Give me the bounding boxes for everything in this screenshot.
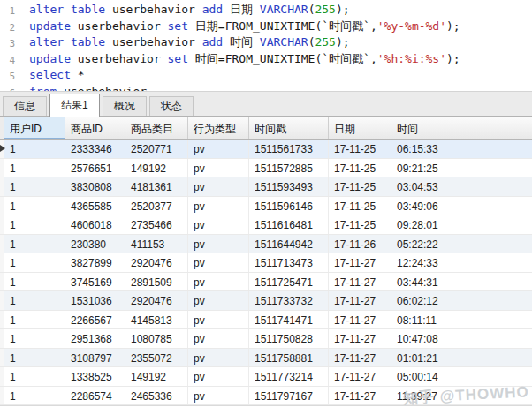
cell[interactable]: pv (188, 177, 249, 196)
cell[interactable]: pv (188, 291, 249, 310)
cell[interactable]: 1 (4, 197, 65, 215)
cell[interactable]: 1338525 (65, 367, 125, 386)
column-header-5[interactable]: 时间戳 (249, 117, 329, 139)
cell[interactable]: 230380 (65, 235, 125, 253)
cell[interactable]: pv (188, 329, 249, 348)
cell[interactable]: 1 (4, 367, 65, 386)
cell[interactable]: 05:22:22 (391, 235, 532, 253)
cell[interactable]: 2891509 (125, 273, 188, 291)
cell[interactable]: 2286574 (65, 387, 125, 405)
cell[interactable]: 17-11-25 (329, 197, 391, 215)
row-selector[interactable] (0, 311, 4, 329)
cell[interactable]: 2735466 (125, 215, 188, 234)
cell[interactable]: 4181361 (125, 177, 188, 196)
cell[interactable]: 1511713473 (249, 253, 329, 272)
tab-status[interactable]: 状态 (149, 96, 194, 116)
cell[interactable]: 05:00:14 (391, 367, 532, 386)
cell[interactable]: 3108797 (65, 349, 125, 367)
cell[interactable]: 1511750828 (249, 329, 329, 348)
cell[interactable]: 09:21:25 (391, 159, 532, 177)
cell[interactable]: 2576651 (65, 159, 125, 177)
row-selector[interactable] (0, 291, 4, 310)
cell[interactable]: 1511596146 (249, 197, 329, 215)
column-header-3[interactable]: 商品类目 (125, 117, 188, 139)
cell[interactable]: 06:15:33 (391, 140, 532, 158)
cell[interactable]: 1511593493 (249, 177, 329, 196)
row-selector[interactable] (0, 349, 4, 367)
tab-overview[interactable]: 概况 (103, 96, 147, 116)
cell[interactable]: 1531036 (65, 291, 125, 310)
cell[interactable]: 1 (4, 291, 65, 310)
row-selector[interactable] (0, 387, 4, 405)
row-selector[interactable] (0, 159, 4, 177)
cell[interactable]: pv (188, 140, 249, 158)
cell[interactable]: 2951368 (65, 329, 125, 348)
cell[interactable]: 17-11-27 (329, 253, 391, 272)
cell[interactable]: 2333346 (65, 140, 125, 158)
cell[interactable]: 2920476 (125, 291, 188, 310)
sql-editor[interactable]: 1alter table userbehavior add 日期 VARCHAR… (0, 0, 532, 92)
row-selector[interactable] (0, 140, 4, 158)
cell[interactable]: 08:11:11 (391, 311, 532, 329)
cell[interactable]: 3830808 (65, 177, 125, 196)
cell[interactable]: 10:47:08 (391, 329, 532, 348)
cell[interactable]: 1 (4, 273, 65, 291)
cell[interactable]: 149192 (125, 159, 188, 177)
cell[interactable]: 03:49:06 (391, 197, 532, 215)
cell[interactable]: 17-11-27 (329, 367, 391, 386)
cell[interactable]: 17-11-25 (329, 177, 391, 196)
cell[interactable]: 2465336 (125, 387, 188, 405)
cell[interactable]: pv (188, 235, 249, 253)
cell[interactable]: pv (188, 311, 249, 329)
cell[interactable]: pv (188, 349, 249, 367)
cell[interactable]: 1080785 (125, 329, 188, 348)
row-selector[interactable] (0, 273, 4, 291)
cell[interactable]: 2520377 (125, 197, 188, 215)
cell[interactable]: 17-11-27 (329, 291, 391, 310)
row-selector[interactable] (0, 197, 4, 215)
cell[interactable]: 1 (4, 177, 65, 196)
cell[interactable]: 1 (4, 349, 65, 367)
cell[interactable]: 4145813 (125, 311, 188, 329)
cell[interactable]: 149192 (125, 367, 188, 386)
cell[interactable]: 1 (4, 311, 65, 329)
cell[interactable]: 17-11-27 (329, 329, 391, 348)
cell[interactable]: 1 (4, 215, 65, 234)
cell[interactable]: 1511616481 (249, 215, 329, 234)
cell[interactable]: 17-11-27 (329, 311, 391, 329)
cell[interactable]: 4365585 (65, 197, 125, 215)
cell[interactable]: 1511733732 (249, 291, 329, 310)
cell[interactable]: 1 (4, 235, 65, 253)
cell[interactable]: 1511758881 (249, 349, 329, 367)
cell[interactable]: 2266567 (65, 311, 125, 329)
cell[interactable]: 1511561733 (249, 140, 329, 158)
cell[interactable]: 17-11-25 (329, 140, 391, 158)
cell[interactable]: 1511725471 (249, 273, 329, 291)
column-header-1[interactable]: 用户ID (4, 117, 65, 139)
cell[interactable]: 11:39:27 (391, 387, 532, 405)
row-selector[interactable] (0, 215, 4, 234)
row-selector[interactable] (0, 367, 4, 386)
cell[interactable]: 1511741471 (249, 311, 329, 329)
cell[interactable]: 01:01:21 (391, 349, 532, 367)
cell[interactable]: 2355072 (125, 349, 188, 367)
cell[interactable]: pv (188, 273, 249, 291)
cell[interactable]: 17-11-27 (329, 349, 391, 367)
cell[interactable]: 09:28:01 (391, 215, 532, 234)
cell[interactable]: pv (188, 253, 249, 272)
cell[interactable]: 1 (4, 159, 65, 177)
cell[interactable]: 1 (4, 329, 65, 348)
column-header-4[interactable]: 行为类型 (188, 117, 249, 139)
cell[interactable]: 1 (4, 140, 65, 158)
cell[interactable]: 06:02:12 (391, 291, 532, 310)
cell[interactable]: 2520771 (125, 140, 188, 158)
cell[interactable]: 17-11-27 (329, 273, 391, 291)
cell[interactable]: 4606018 (65, 215, 125, 234)
cell[interactable]: 17-11-25 (329, 159, 391, 177)
cell[interactable]: 3745169 (65, 273, 125, 291)
cell[interactable]: 1511773214 (249, 367, 329, 386)
cell[interactable]: pv (188, 387, 249, 405)
cell[interactable]: 03:04:53 (391, 177, 532, 196)
cell[interactable]: 17-11-26 (329, 235, 391, 253)
cell[interactable]: 17-11-25 (329, 215, 391, 234)
